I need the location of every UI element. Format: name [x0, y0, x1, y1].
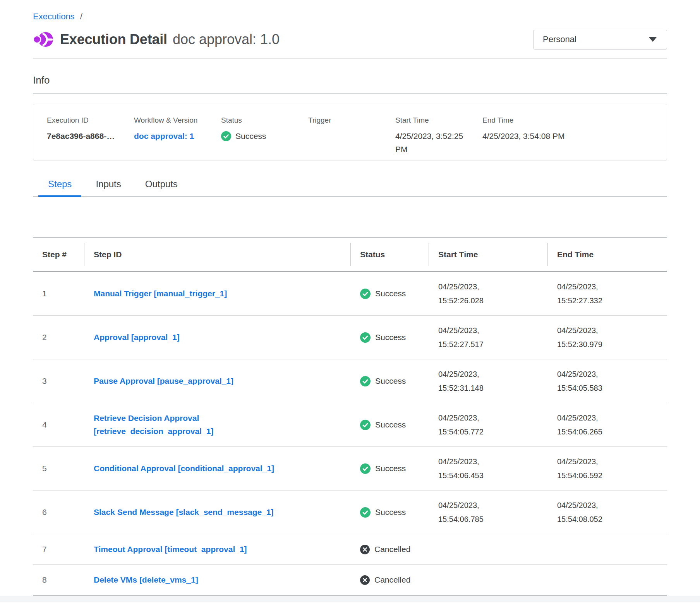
- status-label: Success: [375, 420, 406, 429]
- step-number: 4: [33, 403, 84, 447]
- start-time: 04/25/2023, 15:52:31.148: [438, 367, 502, 395]
- step-number: 2: [33, 316, 84, 359]
- info-label: Trigger: [308, 116, 390, 125]
- table-row: 8 Delete VMs [delete_vms_1] Cancelled: [33, 565, 667, 596]
- step-id-link[interactable]: Approval [approval_1]: [94, 331, 180, 344]
- success-icon: [360, 332, 371, 343]
- end-time: 04/25/2023, 15:52:27.332: [557, 280, 621, 308]
- header-divider: [33, 58, 667, 59]
- end-time: 04/25/2023, 15:54:05.583: [557, 367, 621, 395]
- info-field-status: Status Success: [221, 116, 308, 161]
- info-field-start-time: Start Time 4/25/2023, 3:52:25 PM: [395, 116, 482, 161]
- step-number: 1: [33, 272, 84, 316]
- cancelled-icon: [360, 545, 370, 554]
- step-id-link[interactable]: Pause Approval [pause_approval_1]: [94, 374, 233, 388]
- success-icon: [221, 131, 231, 141]
- step-number: 6: [33, 491, 84, 534]
- page-title: Execution Detail: [60, 31, 167, 48]
- column-header-step-id: Step ID: [84, 238, 351, 272]
- tab-outputs[interactable]: Outputs: [136, 176, 187, 197]
- status-label: Success: [375, 289, 406, 298]
- info-field-trigger: Trigger: [308, 116, 395, 161]
- start-time: 04/25/2023, 15:54:06.453: [438, 455, 502, 482]
- step-id-link[interactable]: Slack Send Message [slack_send_message_1…: [94, 506, 274, 519]
- success-icon: [360, 376, 371, 386]
- breadcrumb-executions-link[interactable]: Executions: [33, 12, 75, 22]
- column-header-status: Status: [351, 238, 429, 272]
- success-icon: [360, 289, 371, 299]
- table-header-row: Step # Step ID Status Start Time End Tim…: [33, 238, 667, 272]
- status-label: Success: [375, 464, 406, 473]
- status-value: Success: [235, 130, 266, 143]
- page-header: Execution Detail doc approval: 1.0 Perso…: [33, 29, 667, 50]
- step-id-link[interactable]: Timeout Approval [timeout_approval_1]: [94, 543, 247, 556]
- table-row: 5 Conditional Approval [conditional_appr…: [33, 447, 667, 491]
- info-section-title: Info: [33, 74, 667, 86]
- info-field-workflow-version: Workflow & Version doc approval: 1: [134, 116, 221, 161]
- status-label: Success: [375, 376, 406, 386]
- chevron-down-icon: [649, 37, 657, 42]
- page-bottom-strip: [0, 596, 700, 602]
- end-time: 04/25/2023, 15:54:08.052: [557, 498, 621, 526]
- info-label: Execution ID: [47, 116, 129, 125]
- success-icon: [360, 507, 371, 518]
- step-number: 5: [33, 447, 84, 491]
- breadcrumb-separator: /: [80, 12, 82, 22]
- step-id-link[interactable]: Conditional Approval [conditional_approv…: [94, 462, 274, 475]
- step-id-link[interactable]: Retrieve Decision Approval [retrieve_dec…: [94, 412, 314, 438]
- step-id-link[interactable]: Manual Trigger [manual_trigger_1]: [94, 287, 227, 300]
- step-id-link[interactable]: Delete VMs [delete_vms_1]: [94, 573, 198, 586]
- table-row: 4 Retrieve Decision Approval [retrieve_d…: [33, 403, 667, 447]
- table-row: 6 Slack Send Message [slack_send_message…: [33, 491, 667, 534]
- status-label: Cancelled: [374, 545, 410, 554]
- status-label: Success: [375, 333, 406, 342]
- cancelled-icon: [360, 575, 370, 585]
- end-time: 04/25/2023, 15:52:30.979: [557, 323, 621, 351]
- start-time: 04/25/2023, 15:54:05.772: [438, 411, 502, 439]
- page-subtitle: doc approval: 1.0: [173, 31, 280, 48]
- info-label: Status: [221, 116, 303, 125]
- execution-info-card: Execution ID 7e8ac396-a868-… Workflow & …: [33, 104, 667, 161]
- start-time: 04/25/2023, 15:52:27.517: [438, 323, 502, 351]
- workspace-dropdown[interactable]: Personal: [533, 30, 667, 50]
- steps-table: Step # Step ID Status Start Time End Tim…: [33, 237, 667, 596]
- execution-id-value: 7e8ac396-a868-…: [47, 130, 129, 143]
- table-row: 2 Approval [approval_1] Success 04/25/20…: [33, 316, 667, 359]
- tab-steps[interactable]: Steps: [38, 176, 81, 197]
- breadcrumb: Executions /: [33, 0, 667, 22]
- table-row: 7 Timeout Approval [timeout_approval_1] …: [33, 534, 667, 565]
- info-section-divider: [33, 93, 667, 94]
- table-row: 1 Manual Trigger [manual_trigger_1] Succ…: [33, 272, 667, 316]
- end-time-value: 4/25/2023, 3:54:08 PM: [482, 130, 567, 143]
- status-label: Success: [375, 508, 406, 517]
- success-icon: [360, 420, 371, 430]
- workflow-version-link[interactable]: doc approval: 1: [134, 130, 194, 143]
- tab-bar: Steps Inputs Outputs: [33, 176, 667, 197]
- end-time: 04/25/2023, 15:54:06.265: [557, 411, 621, 439]
- info-label: Workflow & Version: [134, 116, 216, 125]
- workspace-dropdown-value: Personal: [543, 34, 576, 44]
- info-field-end-time: End Time 4/25/2023, 3:54:08 PM: [482, 116, 659, 161]
- step-number: 8: [33, 565, 84, 596]
- start-time: 04/25/2023, 15:54:06.785: [438, 498, 502, 526]
- tab-inputs[interactable]: Inputs: [86, 176, 130, 197]
- workflow-logo-icon: [33, 29, 53, 50]
- step-number: 7: [33, 534, 84, 565]
- start-time-value: 4/25/2023, 3:52:25 PM: [395, 130, 477, 156]
- info-label: Start Time: [395, 116, 477, 125]
- start-time: 04/25/2023, 15:52:26.028: [438, 280, 502, 308]
- column-header-end-time: End Time: [548, 238, 667, 272]
- column-header-step-num: Step #: [33, 238, 84, 272]
- info-label: End Time: [482, 116, 654, 125]
- step-number: 3: [33, 359, 84, 403]
- table-row: 3 Pause Approval [pause_approval_1] Succ…: [33, 359, 667, 403]
- column-header-start-time: Start Time: [429, 238, 548, 272]
- end-time: 04/25/2023, 15:54:06.592: [557, 455, 621, 482]
- status-label: Cancelled: [374, 575, 410, 585]
- success-icon: [360, 463, 371, 474]
- info-field-execution-id: Execution ID 7e8ac396-a868-…: [47, 116, 134, 161]
